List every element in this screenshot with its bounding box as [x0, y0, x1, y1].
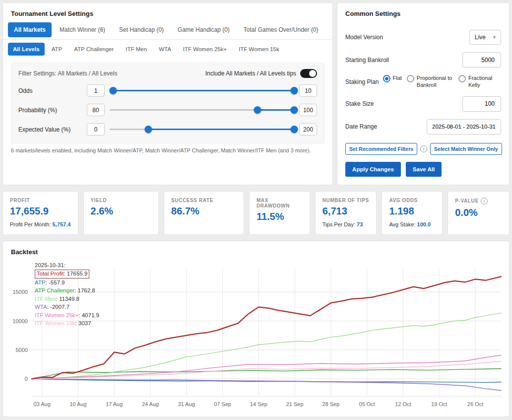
stat-value: 2.6% — [91, 206, 152, 217]
stat-sub: Avg Stake: 100.0 — [389, 221, 435, 227]
tab-all-levels[interactable]: All Levels — [8, 43, 45, 56]
probability-slider[interactable] — [110, 105, 294, 115]
odds-max-input[interactable] — [299, 84, 317, 97]
backtest-title: Backtest — [3, 241, 509, 261]
date-range-input[interactable] — [427, 119, 501, 135]
svg-text:14 Sep: 14 Sep — [250, 401, 267, 407]
model-version-select[interactable]: Live ▾ — [469, 30, 501, 45]
filter-head: Filter Settings: All Markets / All Level… — [18, 69, 317, 78]
svg-text:05 Oct: 05 Oct — [359, 401, 376, 407]
staking-plan-options: Flat Proportional to Bankroll Fractional… — [383, 75, 502, 89]
stat-label: P-VALUE — [455, 198, 478, 204]
tab-itf-men[interactable]: ITF Men — [121, 43, 152, 56]
info-icon[interactable]: i — [481, 198, 488, 205]
tab-itf-women-25k[interactable]: ITF Women 25k+ — [178, 43, 232, 56]
probability-slider-low-handle[interactable] — [254, 106, 261, 114]
radio-icon — [383, 75, 390, 82]
include-all-toggle[interactable] — [300, 69, 317, 78]
expected-value-min-input[interactable] — [87, 123, 105, 136]
tab-game-handicap[interactable]: Game Handicap (0) — [172, 22, 236, 37]
staking-plan-label: Staking Plan — [345, 78, 379, 85]
svg-text:15000: 15000 — [12, 289, 27, 295]
radio-icon — [407, 75, 414, 82]
probability-max-input[interactable] — [299, 104, 317, 116]
set-recommended-filters-button[interactable]: Set Recommended Filters — [345, 143, 417, 155]
staking-option-proportional[interactable]: Proportional to Bankroll — [407, 75, 453, 89]
odds-slider[interactable] — [110, 86, 294, 95]
stat-label: MAX DRAWDOWN — [256, 198, 303, 209]
slider-fill — [113, 90, 294, 91]
common-settings-title: Common Settings — [337, 3, 509, 22]
model-version-row: Model Version Live ▾ — [337, 30, 509, 45]
level-tabs: All Levels ATP ATP Challenger ITF Men WT… — [3, 40, 332, 58]
svg-text:10000: 10000 — [12, 318, 27, 324]
stake-size-input[interactable] — [462, 96, 501, 112]
common-settings-panel: Common Settings Model Version Live ▾ Sta… — [337, 2, 510, 185]
svg-text:24 Aug: 24 Aug — [142, 401, 159, 407]
slider-fill — [148, 129, 294, 130]
stat-value: 1.198 — [389, 206, 435, 217]
stat-value: 11.5% — [256, 211, 303, 222]
tab-wta[interactable]: WTA — [154, 43, 176, 56]
expected-value-slider-row: Expected Value (%) — [18, 120, 317, 139]
odds-slider-low-handle[interactable] — [110, 87, 117, 94]
starting-bankroll-label: Starting Bankroll — [345, 57, 389, 64]
stake-size-row: Stake Size — [337, 96, 509, 112]
stat-card-number-of-tips: NUMBER OF TIPS 6,713 Tips Per Day: 73 — [315, 191, 377, 235]
stat-card-max-drawdown: MAX DRAWDOWN 11.5% — [249, 191, 310, 235]
staking-option-flat[interactable]: Flat — [383, 75, 402, 82]
market-tabs: All Markets Match Winner (6) Set Handica… — [3, 22, 332, 40]
probability-slider-row: Probability (%) — [18, 100, 317, 120]
tab-all-markets[interactable]: All Markets — [8, 22, 52, 37]
save-all-button[interactable]: Save All — [406, 162, 442, 177]
svg-text:07 Sep: 07 Sep — [214, 401, 231, 407]
expected-value-slider[interactable] — [110, 125, 294, 134]
stat-value: 0.0% — [455, 207, 502, 218]
probability-slider-high-handle[interactable] — [291, 106, 298, 114]
odds-min-input[interactable] — [87, 84, 105, 97]
tab-set-handicap[interactable]: Set Handicap (0) — [113, 22, 170, 37]
radio-icon — [458, 75, 466, 82]
odds-slider-high-handle[interactable] — [291, 87, 298, 94]
backtest-chart[interactable]: 03 Aug10 Aug17 Aug24 Aug31 Aug07 Sep14 S… — [6, 261, 506, 414]
include-all-toggle-label: Include All Markets / All Levels tips — [205, 70, 296, 77]
filter-box: Filter Settings: All Markets / All Level… — [11, 63, 324, 143]
backtest-panel: Backtest 03 Aug10 Aug17 Aug24 Aug31 Aug0… — [2, 241, 510, 417]
expected-value-max-input[interactable] — [299, 123, 317, 136]
svg-text:0: 0 — [25, 376, 28, 382]
include-all-toggle-wrap: Include All Markets / All Levels tips — [205, 69, 317, 78]
tournament-settings-panel: Tournament Level Settings All Markets Ma… — [2, 2, 333, 185]
tab-match-winner[interactable]: Match Winner (6) — [54, 22, 111, 37]
select-match-winner-only-button[interactable]: Select Match Winner Only — [430, 143, 502, 155]
starting-bankroll-row: Starting Bankroll — [337, 52, 509, 68]
probability-min-input[interactable] — [87, 104, 105, 116]
tab-total-games[interactable]: Total Games Over/Under (0) — [238, 22, 324, 37]
probability-label: Probability (%) — [18, 107, 82, 114]
tournament-settings-title: Tournament Level Settings — [3, 3, 332, 22]
stat-label: NUMBER OF TIPS — [322, 198, 369, 203]
expected-value-slider-low-handle[interactable] — [145, 126, 152, 133]
chart-tooltip: 2025-10-31:Total Profit: 17655.9ATP: -55… — [35, 262, 99, 328]
chevron-down-icon: ▾ — [493, 35, 496, 40]
starting-bankroll-input[interactable] — [462, 52, 501, 68]
svg-text:10 Aug: 10 Aug — [69, 401, 86, 407]
stat-label: YIELD — [91, 198, 107, 203]
expected-value-slider-high-handle[interactable] — [291, 126, 298, 133]
model-version-value: Live — [475, 34, 486, 41]
staking-option-fractional-kelly[interactable]: Fractional Kelly — [458, 75, 501, 89]
svg-text:12 Oct: 12 Oct — [395, 401, 411, 407]
stat-card-p-value: P-VALUE i 0.0% — [448, 191, 510, 235]
stat-card-yield: YIELD 2.6% — [83, 191, 159, 235]
tab-itf-women-15k[interactable]: ITF Women 15k — [234, 43, 284, 56]
staking-plan-row: Staking Plan Flat Proportional to Bankro… — [337, 75, 509, 89]
info-icon[interactable]: i — [420, 145, 427, 152]
apply-changes-button[interactable]: Apply Changes — [345, 162, 401, 177]
tab-atp-challenger[interactable]: ATP Challenger — [69, 43, 119, 56]
slider-fill — [257, 109, 294, 111]
stat-label: PROFIT — [10, 198, 30, 203]
stat-card-profit: PROFIT 17,655.9 Profit Per Month: 5,757.… — [2, 191, 78, 235]
expected-value-label: Expected Value (%) — [18, 126, 82, 133]
tab-atp[interactable]: ATP — [47, 43, 67, 56]
svg-text:21 Sep: 21 Sep — [286, 401, 304, 407]
page: Tournament Level Settings All Markets Ma… — [0, 0, 512, 420]
